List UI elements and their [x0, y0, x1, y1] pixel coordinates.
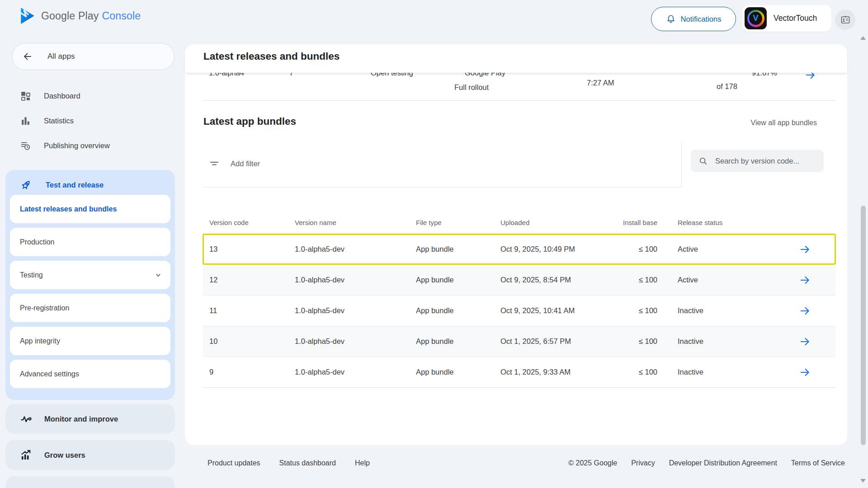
- cell-uploaded: Oct 1, 2025, 9:33 AM: [500, 368, 612, 376]
- view-all-app-bundles-link[interactable]: View all app bundles: [751, 119, 817, 127]
- grow-users-icon: [20, 449, 32, 461]
- cell-version-code: 13: [203, 245, 295, 253]
- account-chip[interactable]: V VectorTouch: [742, 5, 831, 32]
- col-file-type: File type: [416, 218, 500, 227]
- cell-install-base: ≤ 100: [612, 337, 657, 346]
- footer-link-help[interactable]: Help: [355, 459, 370, 467]
- cell-version-name: 1.0-alpha5-dev: [295, 276, 416, 284]
- table-header-row: Version code Version name File type Uplo…: [203, 188, 835, 234]
- arrow-right-icon[interactable]: [799, 305, 811, 317]
- cell-uploaded: Oct 9, 2025, 10:41 AM: [500, 306, 612, 315]
- rocket-icon: [20, 179, 32, 191]
- table-row[interactable]: 13 1.0-alpha5-dev App bundle Oct 9, 2025…: [203, 234, 835, 264]
- cell-uploaded: Oct 1, 2025, 6:57 PM: [500, 337, 612, 346]
- main-content-card: Latest releases and bundles 1.0-alpha4 7…: [185, 44, 847, 445]
- section-label: Test and release: [46, 181, 104, 189]
- arrow-right-icon[interactable]: [799, 274, 811, 286]
- footer-link-developer-distribution-agreement[interactable]: Developer Distribution Agreement: [669, 459, 777, 467]
- subitem-label: Production: [20, 238, 55, 246]
- version-search-input[interactable]: [714, 156, 822, 166]
- footer-link-product-updates[interactable]: Product updates: [208, 459, 260, 467]
- arrow-right-icon[interactable]: [799, 366, 811, 378]
- cell-install-base: ≤ 100: [612, 368, 657, 376]
- cell-uploaded: Oct 9, 2025, 8:54 PM: [500, 276, 612, 284]
- developer-badge-button[interactable]: [835, 9, 855, 30]
- sidebar-item-monitor-and-improve[interactable]: Monitor and improve: [5, 404, 175, 434]
- col-version-name: Version name: [295, 218, 416, 227]
- sidebar-item-next-section-partial[interactable]: [5, 476, 175, 488]
- subitem-label: Latest releases and bundles: [20, 205, 117, 213]
- sidebar-item-dashboard[interactable]: Dashboard: [0, 84, 181, 108]
- filter-icon: [209, 158, 220, 169]
- back-arrow-icon: [22, 51, 33, 62]
- filter-divider: [681, 141, 682, 187]
- col-install-base: Install base: [612, 218, 657, 227]
- version-search: [691, 150, 824, 172]
- subitem-label: App integrity: [20, 337, 60, 345]
- col-release-status: Release status: [678, 218, 755, 227]
- sidebar-item-test-and-release[interactable]: Test and release: [5, 170, 175, 195]
- statistics-icon: [20, 115, 31, 127]
- sidebar-item-statistics[interactable]: Statistics: [0, 108, 181, 133]
- cell-install-base: ≤ 100: [612, 306, 657, 315]
- arrow-right-icon[interactable]: [799, 244, 811, 255]
- cell-release-status: Active: [678, 276, 755, 284]
- sidebar-item-pre-registration[interactable]: Pre-registration: [10, 294, 170, 322]
- release-channel: Google Play: [465, 73, 505, 77]
- cell-file-type: App bundle: [416, 368, 500, 376]
- sidebar-item-production[interactable]: Production: [10, 228, 170, 256]
- add-filter-button[interactable]: Add filter: [209, 158, 260, 169]
- arrow-right-icon[interactable]: [799, 336, 811, 347]
- cell-version-name: 1.0-alpha5-dev: [295, 245, 416, 253]
- scrollbar-thumb[interactable]: [861, 206, 866, 445]
- table-row[interactable]: 12 1.0-alpha5-dev App bundle Oct 9, 2025…: [203, 264, 835, 295]
- sidebar-item-label: Statistics: [44, 117, 74, 125]
- col-version-code: Version code: [203, 218, 295, 227]
- sidebar-item-testing[interactable]: Testing: [10, 261, 170, 289]
- sidebar-item-app-integrity[interactable]: App integrity: [10, 327, 170, 355]
- release-install-of: of 178: [717, 82, 737, 91]
- sidebar-item-advanced-settings[interactable]: Advanced settings: [10, 360, 170, 388]
- scrollbar-up-arrow[interactable]: [860, 36, 866, 40]
- all-apps-label: All apps: [47, 52, 75, 61]
- search-icon: [698, 156, 708, 166]
- sidebar-item-publishing-overview[interactable]: Publishing overview: [0, 133, 181, 158]
- back-to-all-apps-button[interactable]: All apps: [12, 43, 175, 70]
- cell-version-code: 9: [203, 368, 295, 376]
- add-filter-label: Add filter: [231, 160, 260, 168]
- arrow-right-icon[interactable]: [804, 73, 816, 81]
- cell-release-status: Active: [678, 245, 755, 253]
- brand-console: Console: [102, 10, 141, 22]
- table-row[interactable]: 9 1.0-alpha5-dev App bundle Oct 1, 2025,…: [203, 357, 835, 388]
- scrollbar-down-arrow[interactable]: [860, 479, 866, 483]
- footer-copyright: © 2025 Google: [568, 459, 617, 467]
- footer-link-terms-of-service[interactable]: Terms of Service: [791, 459, 845, 467]
- cell-release-status: Inactive: [678, 337, 755, 346]
- cell-release-status: Inactive: [678, 306, 755, 315]
- bundles-table: Version code Version name File type Uplo…: [203, 188, 835, 388]
- release-percent: 91.67%: [752, 73, 777, 77]
- sidebar-item-latest-releases-and-bundles[interactable]: Latest releases and bundles: [10, 195, 170, 223]
- footer-link-privacy[interactable]: Privacy: [631, 459, 655, 467]
- table-row[interactable]: 11 1.0-alpha5-dev App bundle Oct 9, 2025…: [203, 295, 835, 326]
- cell-file-type: App bundle: [416, 276, 500, 284]
- subitem-label: Advanced settings: [20, 370, 79, 378]
- sidebar-item-grow-users[interactable]: Grow users: [5, 440, 175, 470]
- bell-icon: [666, 14, 676, 24]
- sidebar-item-label: Dashboard: [44, 92, 80, 100]
- cell-version-name: 1.0-alpha5-dev: [295, 306, 416, 315]
- subitem-label: Testing: [20, 271, 43, 279]
- table-row[interactable]: 10 1.0-alpha5-dev App bundle Oct 1, 2025…: [203, 326, 835, 357]
- release-row-partial[interactable]: 1.0-alpha4 7 Open testing Google Play Fu…: [203, 73, 835, 101]
- cell-version-code: 10: [203, 337, 295, 346]
- notifications-button[interactable]: Notifications: [651, 7, 736, 31]
- footer-link-status-dashboard[interactable]: Status dashboard: [279, 459, 336, 467]
- section-label: Grow users: [44, 451, 85, 460]
- app-initial: V: [749, 12, 762, 25]
- brand-logo[interactable]: Google PlayConsole: [20, 7, 141, 24]
- release-version: 7: [289, 73, 293, 77]
- cell-release-status: Inactive: [678, 368, 755, 376]
- page-title: Latest releases and bundles: [203, 51, 340, 62]
- cell-file-type: App bundle: [416, 245, 500, 253]
- brand-google-play: Google Play: [41, 10, 99, 22]
